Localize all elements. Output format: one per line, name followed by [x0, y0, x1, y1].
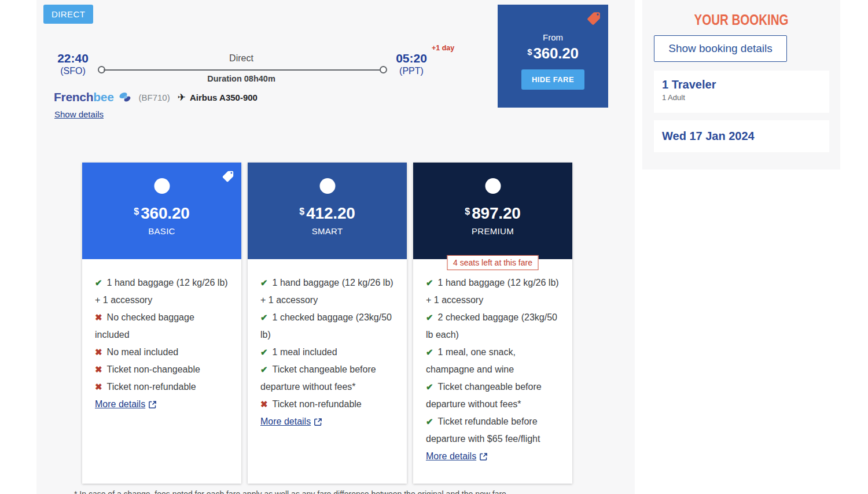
check-icon: ✔: [95, 278, 102, 287]
check-icon: ✔: [260, 347, 268, 357]
fare-name: SMART: [248, 226, 407, 236]
traveler-breakdown: 1 Adult: [662, 93, 829, 102]
arrival-time: 05:20: [384, 52, 439, 65]
fare-card-premium[interactable]: $897.20 PREMIUM 4 seats left at this far…: [413, 163, 572, 484]
fare-feature: ✖Ticket non-refundable: [260, 396, 394, 413]
cross-icon: ✖: [95, 347, 102, 357]
cross-icon: ✖: [95, 364, 102, 374]
fare-name: BASIC: [82, 226, 241, 236]
fare-feature: ✔1 hand baggage (12 kg/26 lb) + 1 access…: [95, 274, 229, 309]
fare-cards-row: $360.20 BASIC ✔1 hand baggage (12 kg/26 …: [82, 163, 615, 484]
booking-panel: YOUR BOOKING Show booking details 1 Trav…: [642, 0, 840, 169]
fare-feature: ✔1 checked baggage (23kg/50 lb): [260, 309, 394, 344]
date-card: Wed 17 Jan 2024: [654, 120, 829, 152]
fare-feature: ✖Ticket non-refundable: [95, 378, 229, 396]
fare-radio[interactable]: [154, 178, 170, 194]
booking-title: YOUR BOOKING: [660, 12, 822, 28]
departure-airport: (SFO): [45, 65, 101, 78]
fare-feature: ✔1 meal, one snack, champagne and wine: [426, 344, 560, 378]
fare-header: $360.20 BASIC: [82, 163, 241, 259]
fare-feature: ✔Ticket changeable before departure with…: [260, 361, 394, 396]
check-icon: ✔: [426, 382, 433, 392]
cross-icon: ✖: [95, 312, 102, 322]
fare-feature: ✖No checked baggage included: [95, 309, 229, 344]
external-link-icon: [314, 418, 322, 426]
fare-header: $897.20 PREMIUM 4 seats left at this far…: [413, 163, 572, 259]
more-details-link[interactable]: More details: [95, 399, 157, 410]
from-price: $360.20: [498, 45, 608, 62]
fare-card-smart[interactable]: $412.20 SMART ✔1 hand baggage (12 kg/26 …: [248, 163, 407, 484]
fare-radio[interactable]: [485, 178, 501, 194]
fare-feature: ✔1 hand baggage (12 kg/26 lb) + 1 access…: [260, 274, 394, 309]
check-icon: ✔: [260, 278, 268, 287]
tag-icon: [586, 11, 601, 26]
flight-results-panel: DIRECT 22:40 (SFO) Direct Duration 08h40…: [36, 0, 635, 494]
check-icon: ✔: [260, 312, 268, 322]
fare-body: ✔1 hand baggage (12 kg/26 lb) + 1 access…: [248, 259, 407, 433]
fare-feature: ✔2 checked baggage (23kg/50 lb each): [426, 309, 560, 344]
check-icon: ✔: [426, 416, 433, 426]
from-label: From: [498, 32, 608, 42]
fare-feature: ✖Ticket non-changeable: [95, 361, 229, 378]
fare-feature: ✖No meal included: [95, 344, 229, 361]
cross-icon: ✖: [260, 399, 268, 409]
fare-body: ✔1 hand baggage (12 kg/26 lb) + 1 access…: [413, 259, 572, 467]
fare-radio[interactable]: [319, 178, 335, 194]
fare-feature: ✔1 hand baggage (12 kg/26 lb) + 1 access…: [426, 274, 560, 309]
fare-name: PREMIUM: [413, 226, 572, 236]
seats-left-badge: 4 seats left at this fare: [447, 255, 539, 270]
more-details-link[interactable]: More details: [426, 451, 488, 462]
fare-card-basic[interactable]: $360.20 BASIC ✔1 hand baggage (12 kg/26 …: [82, 163, 241, 484]
external-link-icon: [148, 400, 157, 409]
airline-row: Frenchbee (BF710) ✈ Airbus A350-900: [54, 90, 258, 104]
fare-feature: ✔Ticket refundable before departure with…: [426, 413, 560, 448]
fare-feature: ✔1 meal included: [260, 344, 394, 361]
arrival-airport: (PPT): [384, 65, 439, 78]
show-details-link[interactable]: Show details: [54, 109, 104, 119]
aircraft-type: Airbus A350-900: [190, 93, 258, 102]
show-booking-details-button[interactable]: Show booking details: [654, 35, 787, 62]
fare-feature-list: ✔1 hand baggage (12 kg/26 lb) + 1 access…: [426, 274, 560, 448]
stops-label: Direct: [183, 53, 299, 64]
timeline-line: [104, 69, 383, 71]
traveler-count: 1 Traveler: [662, 78, 829, 91]
plus-one-day-label: +1 day: [432, 44, 454, 52]
cross-icon: ✖: [95, 382, 102, 392]
fare-feature: ✔Ticket changeable before departure with…: [426, 378, 560, 413]
check-icon: ✔: [426, 347, 433, 357]
tag-icon: [222, 170, 234, 183]
footnote: * In case of a change, fees noted for ea…: [74, 489, 664, 494]
check-icon: ✔: [260, 364, 268, 374]
bee-icon: [118, 91, 133, 103]
airplane-icon: ✈: [178, 91, 186, 104]
fare-header: $412.20 SMART: [248, 163, 407, 259]
direct-badge: DIRECT: [43, 5, 93, 24]
duration-label: Duration 08h40m: [183, 74, 299, 83]
frenchbee-logo: Frenchbee: [54, 90, 114, 104]
check-icon: ✔: [426, 278, 433, 287]
more-details-link[interactable]: More details: [260, 416, 322, 427]
fare-body: ✔1 hand baggage (12 kg/26 lb) + 1 access…: [82, 259, 241, 415]
travel-date: Wed 17 Jan 2024: [662, 130, 755, 143]
check-icon: ✔: [426, 312, 433, 322]
fare-feature-list: ✔1 hand baggage (12 kg/26 lb) + 1 access…: [95, 274, 229, 396]
arrival-block: 05:20 (PPT): [384, 52, 439, 78]
departure-block: 22:40 (SFO): [45, 52, 101, 78]
flight-number: (BF710): [139, 93, 170, 102]
from-price-card: From $360.20 HIDE FARE: [498, 5, 608, 108]
departure-time: 22:40: [45, 52, 101, 65]
traveler-card: 1 Traveler 1 Adult: [654, 71, 829, 113]
fare-feature-list: ✔1 hand baggage (12 kg/26 lb) + 1 access…: [260, 274, 394, 413]
external-link-icon: [479, 452, 488, 461]
hide-fare-button[interactable]: HIDE FARE: [521, 69, 584, 90]
